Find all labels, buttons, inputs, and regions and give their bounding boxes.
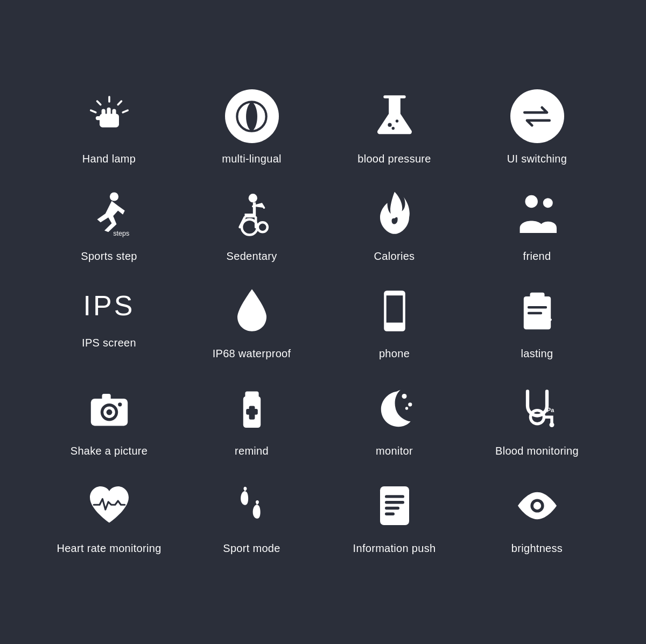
svg-point-22 xyxy=(543,198,552,208)
heart-rate-label: Heart rate monitoring xyxy=(57,542,161,555)
svg-rect-37 xyxy=(245,392,258,399)
feature-calories: Calories xyxy=(328,187,460,263)
ip68-waterproof-label: IP68 waterproof xyxy=(213,348,291,360)
feature-brightness: brightness xyxy=(471,479,603,555)
svg-point-42 xyxy=(405,407,408,409)
brightness-label: brightness xyxy=(511,542,563,555)
svg-point-21 xyxy=(525,195,537,208)
svg-point-40 xyxy=(402,394,406,399)
svg-rect-39 xyxy=(246,409,258,415)
ips-text: IPS xyxy=(83,289,135,322)
svg-point-44 xyxy=(549,422,554,427)
feature-ips-screen: IPS IPS screen xyxy=(43,284,175,360)
remind-label: remind xyxy=(235,445,269,457)
svg-point-18 xyxy=(248,194,257,202)
feature-multi-lingual: multi-lingual xyxy=(186,89,318,165)
svg-rect-24 xyxy=(386,295,403,322)
feature-hand-lamp: Hand lamp xyxy=(43,89,175,165)
information-push-icon xyxy=(368,479,422,533)
feature-lasting: lasting xyxy=(471,284,603,360)
svg-rect-48 xyxy=(385,501,404,504)
svg-rect-27 xyxy=(530,293,544,300)
feature-blood-monitoring: Pa Blood monitoring xyxy=(471,381,603,457)
svg-point-13 xyxy=(388,123,391,127)
ips-screen-label: IPS screen xyxy=(82,337,136,349)
svg-rect-29 xyxy=(528,312,542,315)
calories-icon xyxy=(368,187,422,240)
phone-icon xyxy=(368,284,422,338)
lasting-label: lasting xyxy=(521,348,553,360)
friend-label: friend xyxy=(523,250,551,263)
blood-pressure-icon xyxy=(368,89,422,143)
svg-rect-0 xyxy=(100,114,119,128)
heart-rate-icon xyxy=(82,479,136,533)
shake-picture-icon xyxy=(82,381,136,435)
sport-mode-icon xyxy=(225,479,279,533)
feature-shake-picture: Shake a picture xyxy=(43,381,175,457)
multi-lingual-icon xyxy=(225,89,279,143)
svg-point-35 xyxy=(118,402,122,406)
svg-rect-2 xyxy=(107,108,110,116)
svg-rect-3 xyxy=(112,109,116,116)
hand-lamp-icon xyxy=(82,89,136,143)
svg-point-14 xyxy=(395,119,398,122)
shake-picture-label: Shake a picture xyxy=(71,445,148,457)
sports-step-label: Sports step xyxy=(81,250,137,263)
blood-monitoring-label: Blood monitoring xyxy=(495,445,579,457)
blood-pressure-label: blood pressure xyxy=(357,153,431,165)
svg-rect-34 xyxy=(102,394,110,401)
multi-lingual-label: multi-lingual xyxy=(222,153,282,165)
ips-screen-icon: IPS xyxy=(74,284,144,327)
ui-switching-label: UI switching xyxy=(507,153,567,165)
feature-monitor: monitor xyxy=(328,381,460,457)
svg-point-20 xyxy=(257,222,267,232)
svg-line-9 xyxy=(90,110,95,112)
feature-phone: phone xyxy=(328,284,460,360)
sport-mode-label: Sport mode xyxy=(223,542,280,555)
feature-blood-pressure: blood pressure xyxy=(328,89,460,165)
monitor-label: monitor xyxy=(376,445,413,457)
svg-point-52 xyxy=(533,502,540,509)
svg-rect-49 xyxy=(385,507,399,509)
hand-lamp-label: Hand lamp xyxy=(82,153,136,165)
svg-text:Pa: Pa xyxy=(547,407,554,413)
brightness-icon xyxy=(510,479,564,533)
remind-icon xyxy=(225,381,279,435)
feature-friend: friend xyxy=(471,187,603,263)
svg-rect-50 xyxy=(385,513,395,515)
svg-line-8 xyxy=(123,110,128,112)
feature-sport-mode: Sport mode xyxy=(186,479,318,555)
svg-point-25 xyxy=(392,324,396,328)
svg-point-16 xyxy=(109,192,118,201)
lasting-icon xyxy=(510,284,564,338)
monitor-icon xyxy=(368,381,422,435)
feature-remind: remind xyxy=(186,381,318,457)
svg-rect-28 xyxy=(528,306,547,309)
svg-point-41 xyxy=(408,402,412,406)
ui-switching-icon xyxy=(510,89,564,143)
svg-rect-46 xyxy=(380,486,409,525)
calories-label: Calories xyxy=(374,250,415,263)
svg-point-15 xyxy=(391,127,394,130)
ip68-waterproof-icon xyxy=(225,284,279,338)
phone-label: phone xyxy=(379,348,410,360)
svg-rect-4 xyxy=(95,116,101,120)
svg-rect-47 xyxy=(385,495,404,498)
svg-line-6 xyxy=(118,101,121,104)
sedentary-icon xyxy=(225,187,279,240)
feature-heart-rate: Heart rate monitoring xyxy=(43,479,175,555)
svg-text:steps: steps xyxy=(113,230,129,237)
feature-ui-switching: UI switching xyxy=(471,89,603,165)
feature-information-push: Information push xyxy=(328,479,460,555)
feature-ip68-waterproof: IP68 waterproof xyxy=(186,284,318,360)
sports-step-icon: steps xyxy=(82,187,136,240)
blood-monitoring-icon: Pa xyxy=(510,381,564,435)
feature-sedentary: Sedentary xyxy=(186,187,318,263)
information-push-label: Information push xyxy=(353,542,436,555)
friend-icon xyxy=(510,187,564,240)
svg-rect-1 xyxy=(101,109,105,116)
features-grid: Hand lamp multi-lingual xyxy=(0,57,646,587)
svg-point-33 xyxy=(106,409,112,415)
feature-sports-step: steps Sports step xyxy=(43,187,175,263)
svg-line-7 xyxy=(97,101,100,104)
